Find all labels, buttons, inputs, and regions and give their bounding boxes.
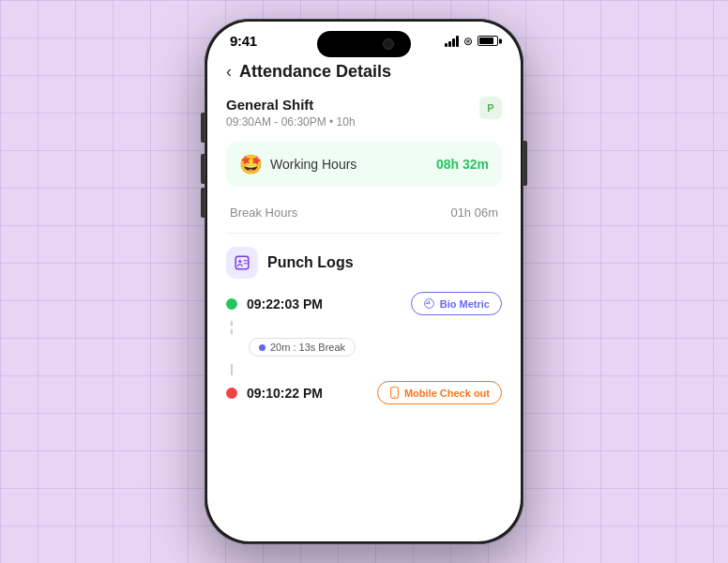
shift-info: General Shift 09:30AM - 06:30PM • 10h <box>226 97 356 129</box>
punch-connector-2 <box>231 364 502 375</box>
punch-connector-1 <box>231 321 502 334</box>
punch-item-2-left: 09:10:22 PM <box>226 386 323 401</box>
punch-logs-icon <box>226 247 258 279</box>
punch-item-2: 09:10:22 PM Mobile Check out <box>226 381 502 404</box>
punch-dot-green <box>226 298 237 310</box>
break-hours-value: 01h 06m <box>450 205 498 220</box>
shift-time: 09:30AM - 06:30PM • 10h <box>226 115 356 129</box>
shift-status-badge: P <box>479 97 502 119</box>
shift-row: General Shift 09:30AM - 06:30PM • 10h P <box>226 97 502 129</box>
svg-point-1 <box>238 260 241 263</box>
svg-rect-0 <box>235 256 249 269</box>
punch-logs-section: Punch Logs 09:22:03 PM <box>226 247 502 404</box>
break-dot <box>259 344 265 351</box>
battery-icon <box>478 36 498 46</box>
back-button[interactable]: ‹ <box>226 62 232 82</box>
phone-screen: 9:41 ⊛ ‹ <box>207 22 521 541</box>
punch-item: 09:22:03 PM Bio Metric <box>226 292 502 315</box>
wifi-icon: ⊛ <box>463 35 473 48</box>
working-hours-value: 08h 32m <box>436 157 489 172</box>
screen-content: ‹ Attendance Details General Shift 09:30… <box>207 53 521 525</box>
mobile-checkout-label: Mobile Check out <box>404 388 490 399</box>
page-header: ‹ Attendance Details <box>226 53 502 97</box>
break-hours-label: Break Hours <box>230 205 297 220</box>
punch-item-left: 09:22:03 PM <box>226 297 323 312</box>
punch-dot-red <box>226 388 237 399</box>
break-tag: 20m : 13s Break <box>249 338 502 357</box>
battery-fill <box>479 38 493 44</box>
punch-logs-header: Punch Logs <box>226 247 502 279</box>
phone-container: 9:41 ⊛ ‹ <box>205 19 523 544</box>
phone-frame: 9:41 ⊛ ‹ <box>205 19 523 544</box>
working-hours-label: Working Hours <box>270 157 356 172</box>
break-tag-inner: 20m : 13s Break <box>249 338 356 357</box>
shift-name: General Shift <box>226 97 356 113</box>
working-hours-left: 🤩 Working Hours <box>239 153 356 175</box>
punch-time-2: 09:10:22 PM <box>247 386 323 401</box>
break-duration: 20m : 13s Break <box>270 342 345 353</box>
biometric-label: Bio Metric <box>440 298 490 310</box>
working-hours-card: 🤩 Working Hours 08h 32m <box>226 142 502 187</box>
svg-point-6 <box>394 396 395 397</box>
dynamic-island <box>317 31 411 57</box>
shift-card: General Shift 09:30AM - 06:30PM • 10h P <box>226 97 502 129</box>
punch-list: 09:22:03 PM Bio Metric <box>226 292 502 404</box>
page-title: Attendance Details <box>239 62 391 82</box>
svg-point-4 <box>429 303 431 305</box>
status-icons: ⊛ <box>445 35 498 48</box>
punch-time-1: 09:22:03 PM <box>247 297 323 312</box>
signal-bars-icon <box>445 36 459 47</box>
break-hours-row: Break Hours 01h 06m <box>226 198 502 234</box>
working-hours-emoji: 🤩 <box>239 153 263 175</box>
mobile-checkout-badge: Mobile Check out <box>377 381 502 404</box>
status-time: 9:41 <box>230 33 257 49</box>
biometric-badge: Bio Metric <box>411 292 502 315</box>
punch-logs-title: Punch Logs <box>267 254 354 271</box>
